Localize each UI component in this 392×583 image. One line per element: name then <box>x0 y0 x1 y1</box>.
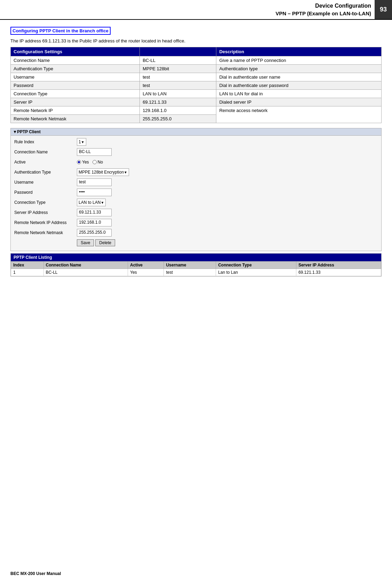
active-yes-option[interactable]: Yes <box>77 160 89 165</box>
listing-row: 1BC-LLYestestLan to Lan69.121.1.33 <box>11 269 381 276</box>
server-ip-row: Server IP Address 69.121.1.33 <box>14 208 378 217</box>
buttons-area[interactable]: Save Delete <box>77 239 117 246</box>
password-row: Password •••• <box>14 188 378 197</box>
connection-name-input[interactable]: BC-LL <box>77 148 112 156</box>
panel-body: Rule Index 1 Connection Name BC-LL A <box>11 136 381 251</box>
config-cell: Connection Type <box>11 90 140 98</box>
connection-name-row: Connection Name BC-LL <box>14 148 378 156</box>
auth-type-control[interactable]: MPPE 128bit Encryption <box>77 168 129 176</box>
footer: BEC MX-200 User Manual <box>10 571 61 576</box>
active-control[interactable]: Yes No <box>77 160 103 165</box>
listing-cell: test <box>164 269 216 276</box>
password-input[interactable]: •••• <box>77 189 112 196</box>
footer-text: BEC MX-200 User Manual <box>10 571 61 576</box>
listing-table: IndexConnection NameActiveUsernameConnec… <box>11 261 381 276</box>
active-yes-radio[interactable] <box>77 160 81 164</box>
config-cell: MPPE 128bit <box>140 65 216 73</box>
rule-index-control[interactable]: 1 <box>77 138 86 146</box>
panel-header: ▼PPTP Client <box>11 128 381 136</box>
auth-type-row: Authentication Type MPPE 128bit Encrypti… <box>14 168 378 176</box>
config-cell: BC-LL <box>140 56 216 65</box>
auth-type-label: Authentication Type <box>14 170 77 175</box>
remote-network-ip-row: Remote Network IP Address 192.168.1.0 <box>14 218 378 227</box>
connection-name-label: Connection Name <box>14 150 77 154</box>
remote-network-netmask-input[interactable]: 255.255.255.0 <box>77 229 112 237</box>
listing-header: PPTP Client Listing <box>11 254 381 261</box>
active-no-option[interactable]: No <box>93 160 103 165</box>
connection-type-label: Connection Type <box>14 200 77 205</box>
intro-text: The IP address 69.1.121.33 is the Public… <box>10 38 382 43</box>
config-cell: Remote Network Netmask <box>11 115 140 123</box>
listing-cell: 69.121.1.33 <box>296 269 381 276</box>
page-number: 93 <box>375 0 392 19</box>
config-cell: 129.168.1.0 <box>140 106 216 115</box>
config-cell: Server IP <box>11 98 140 106</box>
header-title-block: Device Configuration VPN – PPTP (Example… <box>272 0 375 19</box>
active-label: Active <box>14 160 77 165</box>
active-yes-label: Yes <box>82 160 89 165</box>
config-col-settings: Configuration Settings <box>11 47 140 56</box>
listing-cell: BC-LL <box>43 269 128 276</box>
config-cell: Dialed server IP <box>216 98 382 106</box>
config-cell: Username <box>11 73 140 81</box>
listing-col-header: Active <box>128 262 164 269</box>
username-label: Username <box>14 180 77 185</box>
config-col-description: Description <box>216 47 382 56</box>
config-cell: test <box>140 81 216 90</box>
listing-cell: Yes <box>128 269 164 276</box>
page-content: Configuring PPTP Client in the Branch of… <box>0 23 392 287</box>
listing-col-header: Connection Name <box>43 262 128 269</box>
connection-type-control[interactable]: LAN to LAN <box>77 199 106 206</box>
listing-col-header: Username <box>164 262 216 269</box>
connection-type-select[interactable]: LAN to LAN <box>77 199 106 206</box>
remote-network-netmask-row: Remote Network Netmask 255.255.255.0 <box>14 229 378 237</box>
username-input[interactable]: test <box>77 178 112 186</box>
active-radio-group[interactable]: Yes No <box>77 160 103 165</box>
pptp-client-panel: ▼PPTP Client Rule Index 1 Connection Nam… <box>10 128 382 251</box>
listing-panel: PPTP Client Listing IndexConnection Name… <box>10 253 382 277</box>
listing-col-header: Index <box>11 262 44 269</box>
delete-button[interactable]: Delete <box>95 239 115 246</box>
password-label: Password <box>14 190 77 195</box>
remote-network-ip-input[interactable]: 192.168.1.0 <box>77 219 112 226</box>
server-ip-control[interactable]: 69.121.1.33 <box>77 209 112 216</box>
listing-col-header: Connection Type <box>216 262 296 269</box>
active-row: Active Yes No <box>14 158 378 166</box>
config-cell: Dial in authenticate user password <box>216 81 382 90</box>
rule-index-select[interactable]: 1 <box>77 138 86 146</box>
page-header: Device Configuration VPN – PPTP (Example… <box>0 0 392 20</box>
config-cell: Give a name of PPTP connection <box>216 56 382 65</box>
config-table: Configuration Settings Description Conne… <box>10 47 382 123</box>
config-cell: Connection Name <box>11 56 140 65</box>
rule-index-row: Rule Index 1 <box>14 138 378 146</box>
remote-network-netmask-label: Remote Network Netmask <box>14 230 77 235</box>
main-title: Device Configuration <box>275 2 371 10</box>
username-control[interactable]: test <box>77 178 112 186</box>
rule-index-label: Rule Index <box>14 139 77 144</box>
remote-network-ip-label: Remote Network IP Address <box>14 220 77 225</box>
username-row: Username test <box>14 178 378 186</box>
active-no-label: No <box>98 160 103 165</box>
listing-cell: Lan to Lan <box>216 269 296 276</box>
section-heading: Configuring PPTP Client in the Branch of… <box>10 27 111 35</box>
remote-network-ip-control[interactable]: 192.168.1.0 <box>77 219 112 226</box>
config-cell: Authentication type <box>216 65 382 73</box>
config-cell: test <box>140 73 216 81</box>
remote-network-netmask-control[interactable]: 255.255.255.0 <box>77 229 112 237</box>
config-cell: Password <box>11 81 140 90</box>
sub-title: VPN – PPTP (Example on LAN-to-LAN) <box>275 10 371 17</box>
config-cell: Remote access network <box>216 106 382 123</box>
config-cell: Dial in authenticate user name <box>216 73 382 81</box>
active-no-radio[interactable] <box>93 160 97 164</box>
config-cell: Remote Network IP <box>11 106 140 115</box>
password-control[interactable]: •••• <box>77 189 112 196</box>
auth-type-select[interactable]: MPPE 128bit Encryption <box>77 168 129 176</box>
save-button[interactable]: Save <box>77 239 94 246</box>
connection-name-control[interactable]: BC-LL <box>77 148 112 156</box>
listing-col-header: Server IP Address <box>296 262 381 269</box>
config-cell: LAN to LAN <box>140 90 216 98</box>
server-ip-label: Server IP Address <box>14 210 77 215</box>
config-cell: Authentication Type <box>11 65 140 73</box>
buttons-row: Save Delete <box>14 239 378 247</box>
server-ip-input[interactable]: 69.121.1.33 <box>77 209 112 216</box>
